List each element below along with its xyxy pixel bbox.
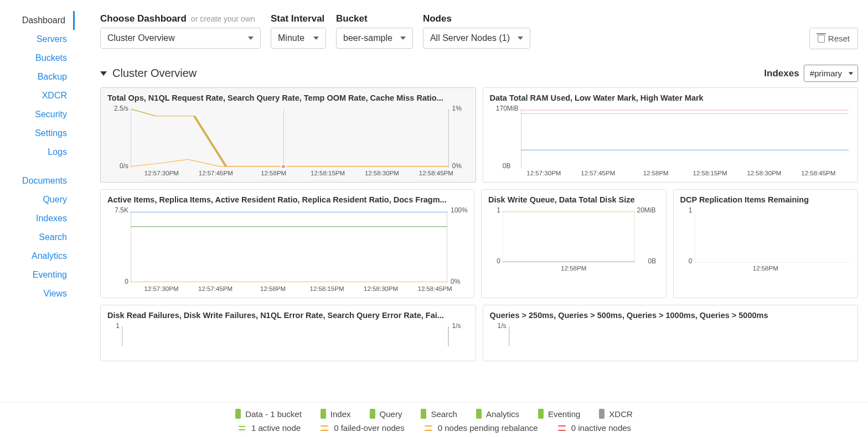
y-axis-tick: 0/s: [120, 162, 128, 170]
status-swatch-icon: [599, 409, 604, 419]
chart-svg: [503, 211, 635, 263]
footer-services-row: Data - 1 bucket Index Query Search Analy…: [0, 407, 868, 421]
x-axis-tick: 12:57:30PM: [526, 170, 561, 176]
y-axis-tick: 0: [125, 278, 128, 285]
chart-title: Disk Read Failures, Disk Write Failures,…: [107, 311, 469, 320]
x-axis-tick: 12:58:15PM: [311, 170, 345, 176]
x-axis-tick: 12:58PM: [561, 265, 586, 272]
sidebar-item-views[interactable]: Views: [0, 284, 75, 303]
stat-interval-dropdown[interactable]: Minute: [271, 28, 326, 49]
choose-dashboard-label: Choose Dashboard: [100, 13, 187, 24]
chart-disk-failures[interactable]: Disk Read Failures, Disk Write Failures,…: [100, 305, 476, 361]
sidebar-item-servers[interactable]: Servers: [0, 30, 75, 49]
y2-axis-tick: 1/s: [452, 322, 461, 330]
indexes-label: Indexes: [764, 68, 799, 79]
x-axis-tick: 12:58PM: [261, 170, 286, 176]
x-axis-tick: 12:58PM: [643, 170, 669, 176]
bucket-label: Bucket: [336, 13, 413, 24]
bucket-dropdown[interactable]: beer-sample: [336, 28, 413, 49]
y-axis-tick: 1: [689, 206, 693, 214]
hover-point-icon: [281, 164, 286, 169]
sidebar-item-search[interactable]: Search: [0, 228, 75, 247]
y-axis-tick: 0B: [503, 162, 511, 170]
chart-svg: [695, 211, 851, 263]
x-axis-tick: 12:58:30PM: [747, 170, 781, 176]
server-icon: [557, 424, 567, 432]
status-swatch-icon: [476, 409, 482, 419]
footer-nodes-row: 1 active node 0 failed-over nodes 0 node…: [0, 421, 868, 435]
service-badge-search: Search: [421, 409, 457, 419]
service-badge-analytics: Analytics: [476, 409, 519, 419]
sidebar-item-security[interactable]: Security: [0, 105, 75, 124]
y2-axis-tick: 0%: [452, 162, 462, 170]
service-badge-eventing: Eventing: [538, 409, 580, 419]
reset-label: Reset: [828, 34, 850, 43]
node-status-pending: 0 nodes pending rebalance: [423, 423, 538, 433]
x-axis-tick: 12:58:45PM: [417, 285, 452, 292]
sidebar-item-logs[interactable]: Logs: [0, 143, 75, 162]
section-title: Cluster Overview: [112, 67, 197, 80]
chevron-down-icon[interactable]: [100, 71, 107, 76]
x-axis-tick: 12:58:15PM: [309, 285, 344, 292]
main-content: Choose Dashboardor create your own Clust…: [75, 0, 868, 437]
controls-row: Choose Dashboardor create your own Clust…: [100, 13, 858, 49]
y2-axis-tick: 1%: [452, 105, 462, 112]
status-swatch-icon: [235, 409, 241, 419]
chart-dcp-replication[interactable]: DCP Replication Items Remaining 1 0 12:5…: [673, 189, 859, 298]
sidebar-item-settings[interactable]: Settings: [0, 124, 75, 143]
chart-svg: [131, 211, 447, 283]
service-badge-xdcr: XDCR: [599, 409, 633, 419]
sidebar-item-analytics[interactable]: Analytics: [0, 247, 75, 266]
y-axis-tick: 2.5/s: [114, 105, 128, 112]
server-icon: [319, 424, 329, 432]
sidebar-item-xdcr[interactable]: XDCR: [0, 86, 75, 105]
chart-svg: [131, 109, 449, 168]
x-axis-tick: 12:58PM: [260, 285, 286, 292]
y2-axis-tick: 0%: [451, 278, 460, 285]
chart-title: Disk Write Queue, Data Total Disk Size: [488, 195, 659, 204]
y2-axis-tick: 20MiB: [637, 206, 656, 214]
chart-ram-used[interactable]: Data Total RAM Used, Low Water Mark, Hig…: [483, 87, 859, 183]
section-header: Cluster Overview Indexes #primary: [100, 65, 858, 82]
chart-title: Total Ops, N1QL Request Rate, Search Que…: [107, 93, 469, 102]
x-axis-tick: 12:57:45PM: [199, 170, 233, 176]
node-status-active: 1 active node: [237, 423, 301, 433]
sidebar-item-buckets[interactable]: Buckets: [0, 49, 75, 67]
x-axis-tick: 12:58:30PM: [364, 285, 398, 292]
nodes-label: Nodes: [423, 13, 530, 24]
create-own-link[interactable]: or create your own: [191, 14, 255, 23]
x-axis-tick: 12:58:45PM: [419, 170, 453, 176]
chart-title: Active Items, Replica Items, Active Resi…: [107, 195, 467, 204]
y-axis-tick: 0: [497, 257, 500, 265]
x-axis-tick: 12:57:30PM: [144, 285, 178, 292]
chart-slow-queries[interactable]: Queries > 250ms, Queries > 500ms, Querie…: [483, 305, 859, 361]
service-badge-index: Index: [321, 409, 351, 419]
stat-interval-label: Stat Interval: [271, 13, 326, 24]
sidebar-item-eventing[interactable]: Eventing: [0, 266, 75, 284]
chart-title: Data Total RAM Used, Low Water Mark, Hig…: [490, 93, 851, 102]
nodes-dropdown[interactable]: All Server Nodes (1): [423, 28, 530, 49]
sidebar-item-backup[interactable]: Backup: [0, 67, 75, 86]
y2-axis-tick: 0B: [648, 257, 657, 265]
sidebar-item-indexes[interactable]: Indexes: [0, 209, 75, 228]
x-axis-tick: 12:58:15PM: [693, 170, 727, 176]
x-axis-tick: 12:58PM: [753, 265, 778, 272]
chart-total-ops[interactable]: Total Ops, N1QL Request Rate, Search Que…: [100, 87, 476, 183]
chart-active-items[interactable]: Active Items, Replica Items, Active Resi…: [100, 189, 474, 298]
hover-line: [283, 109, 284, 168]
chart-disk-write-queue[interactable]: Disk Write Queue, Data Total Disk Size 1…: [481, 189, 666, 298]
choose-dashboard-dropdown[interactable]: Cluster Overview: [100, 28, 261, 49]
chart-svg: [122, 326, 449, 346]
x-axis-tick: 12:57:30PM: [144, 170, 179, 176]
sidebar-item-query[interactable]: Query: [0, 190, 75, 209]
sidebar-item-dashboard[interactable]: Dashboard: [0, 11, 75, 30]
sidebar-item-documents[interactable]: Documents: [0, 171, 75, 190]
server-icon: [237, 424, 247, 432]
x-axis-tick: 12:57:45PM: [581, 170, 615, 176]
chart-title: Queries > 250ms, Queries > 500ms, Querie…: [490, 311, 851, 320]
footer: Data - 1 bucket Index Query Search Analy…: [0, 402, 868, 437]
chart-svg: [509, 326, 851, 346]
reset-button[interactable]: Reset: [809, 28, 858, 49]
status-swatch-icon: [321, 409, 326, 419]
indexes-dropdown[interactable]: #primary: [804, 65, 858, 82]
